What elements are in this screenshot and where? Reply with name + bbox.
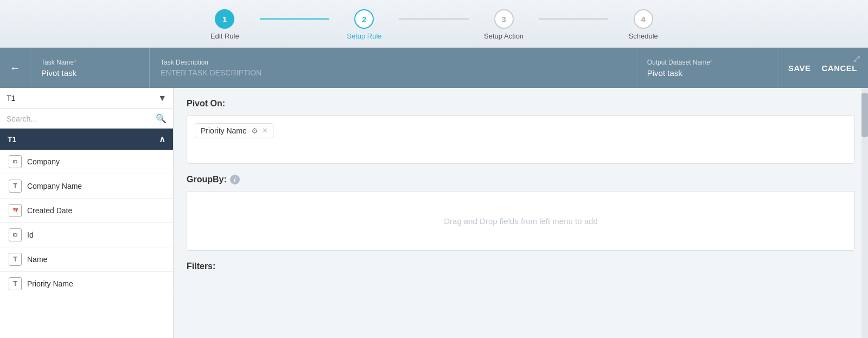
search-icon[interactable]: 🔍	[156, 113, 167, 124]
pivot-tag-remove-icon[interactable]: ×	[263, 126, 267, 135]
field-name-name: Name	[27, 255, 47, 264]
field-name-priority-name: Priority Name	[27, 279, 73, 288]
back-button[interactable]: ←	[0, 48, 30, 88]
task-desc-label: Task Description	[161, 59, 625, 66]
right-panel: Pivot On: Priority Name ⚙ × GroupBy: i D…	[174, 88, 868, 338]
dataset-dropdown-row[interactable]: T1 ▼	[0, 88, 173, 109]
step-circle-4: 4	[634, 9, 653, 29]
output-name-label: Output Dataset Name*	[647, 59, 766, 66]
text-type-icon-3: T	[9, 277, 22, 290]
scrollbar-thumb[interactable]	[861, 93, 868, 137]
list-item[interactable]: 📅 Created Date	[0, 199, 173, 223]
group-header-t1[interactable]: T1 ∧	[0, 129, 173, 150]
step-label-2: Setup Rule	[347, 32, 381, 40]
step-connector-2	[399, 18, 469, 20]
task-desc-field: Task Description ENTER TASK DESCRIPTION	[150, 48, 636, 88]
groupby-header: GroupBy: i	[187, 175, 855, 184]
main-area: T1 ▼ 🔍 T1 ∧ ID Company T Company Name	[0, 88, 868, 338]
dataset-select[interactable]: T1	[7, 94, 158, 103]
step-label-1: Edit Rule	[210, 32, 239, 40]
field-name-created-date: Created Date	[27, 206, 72, 215]
task-name-field: Task Name* Pivot task	[30, 48, 150, 88]
list-item[interactable]: T Name	[0, 247, 173, 272]
text-type-icon: T	[9, 180, 22, 193]
pivot-section-title: Pivot On:	[187, 99, 855, 109]
search-input[interactable]	[7, 114, 156, 123]
id-type-icon-2: ID	[9, 228, 22, 241]
step-connector-3	[539, 18, 609, 20]
output-name-value[interactable]: Pivot task	[647, 68, 766, 78]
wizard-step-1[interactable]: 1 Edit Rule	[190, 9, 260, 40]
list-item[interactable]: T Priority Name	[0, 272, 173, 296]
output-name-field: Output Dataset Name* Pivot task	[636, 48, 777, 88]
id-type-icon: ID	[9, 155, 22, 168]
groupby-drop-text: Drag and Drop fields from left menu to a…	[444, 216, 597, 226]
corner-icon: ⤢	[850, 50, 864, 67]
step-label-4: Schedule	[629, 32, 658, 40]
pivot-tag-gear-icon[interactable]: ⚙	[251, 126, 258, 135]
pivot-tag-chip: Priority Name ⚙ ×	[195, 123, 273, 138]
step-label-3: Setup Action	[484, 32, 524, 40]
dropdown-arrow-icon[interactable]: ▼	[158, 93, 167, 103]
groupby-info-icon[interactable]: i	[230, 175, 240, 184]
task-name-value[interactable]: Pivot task	[41, 68, 138, 78]
groupby-section-title: GroupBy:	[187, 175, 227, 184]
task-desc-input[interactable]: ENTER TASK DESCRIPTION	[161, 68, 625, 77]
field-name-id: Id	[27, 231, 34, 239]
pivot-on-box[interactable]: Priority Name ⚙ ×	[187, 115, 855, 164]
list-item[interactable]: ID Company	[0, 150, 173, 174]
save-button[interactable]: SAVE	[788, 63, 811, 73]
step-circle-1: 1	[215, 9, 234, 29]
search-row: 🔍	[0, 109, 173, 129]
pivot-tag-label: Priority Name	[201, 126, 247, 135]
list-item[interactable]: ID Id	[0, 223, 173, 247]
left-panel: T1 ▼ 🔍 T1 ∧ ID Company T Company Name	[0, 88, 174, 338]
wizard-steps: 1 Edit Rule 2 Setup Rule 3 Setup Action	[190, 9, 678, 40]
wizard-bar: 1 Edit Rule 2 Setup Rule 3 Setup Action	[0, 0, 868, 48]
group-header-label: T1	[8, 135, 16, 144]
header-toolbar: ← Task Name* Pivot task Task Description…	[0, 48, 868, 88]
field-list: ID Company T Company Name 📅 Created Date…	[0, 150, 173, 338]
wizard-step-4[interactable]: 4 Schedule	[608, 9, 678, 40]
scrollbar-track[interactable]	[861, 88, 868, 338]
wizard-step-3[interactable]: 3 Setup Action	[469, 9, 539, 40]
groupby-box[interactable]: Drag and Drop fields from left menu to a…	[187, 191, 855, 251]
task-name-label: Task Name*	[41, 59, 138, 66]
step-connector-1	[260, 18, 330, 20]
list-item[interactable]: T Company Name	[0, 174, 173, 199]
field-name-company: Company	[27, 157, 60, 166]
field-name-company-name: Company Name	[27, 182, 82, 190]
text-type-icon-2: T	[9, 253, 22, 266]
date-type-icon: 📅	[9, 204, 22, 217]
filters-section-title: Filters:	[187, 262, 855, 271]
step-circle-2: 2	[354, 9, 374, 29]
step-circle-3: 3	[494, 9, 514, 29]
group-header-chevron-icon: ∧	[159, 134, 165, 144]
wizard-step-2[interactable]: 2 Setup Rule	[329, 9, 399, 40]
